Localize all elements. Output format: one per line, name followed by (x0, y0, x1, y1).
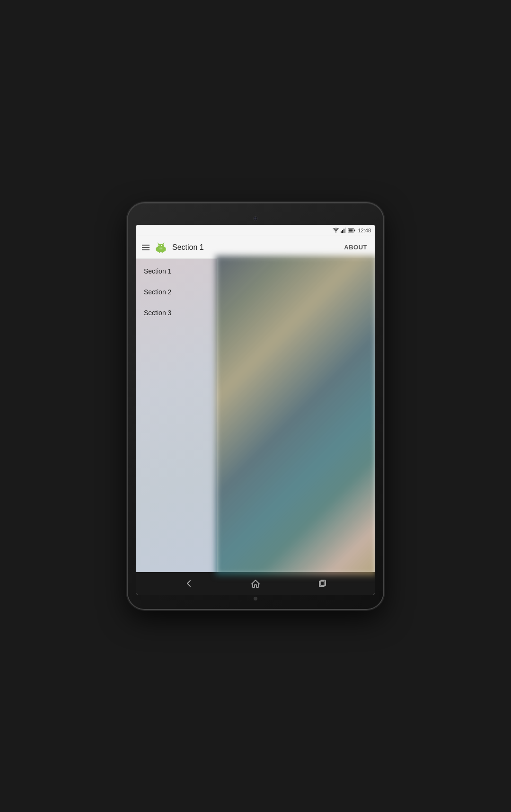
tablet-top-bar (136, 216, 375, 221)
tablet-device: 12:48 (128, 203, 383, 609)
app-bar-title: Section 1 (172, 243, 337, 252)
battery-icon (348, 226, 355, 235)
svg-rect-20 (161, 247, 162, 248)
svg-rect-6 (349, 229, 353, 232)
content-area: Section 1 Section 2 Section 3 (136, 259, 375, 572)
svg-line-16 (158, 243, 159, 244)
svg-point-14 (159, 245, 159, 246)
main-content-pane (216, 256, 375, 575)
svg-rect-3 (345, 228, 346, 233)
tablet-bottom (254, 595, 257, 600)
svg-rect-10 (159, 250, 160, 253)
bottom-nav-bar (136, 572, 375, 595)
signal-icon (341, 226, 346, 235)
time-display: 12:48 (358, 228, 371, 233)
svg-point-15 (161, 245, 162, 246)
svg-marker-21 (252, 580, 259, 587)
back-button[interactable] (180, 575, 197, 592)
app-logo-icon (154, 241, 167, 254)
home-button[interactable] (247, 575, 264, 592)
hamburger-menu-icon[interactable] (142, 245, 150, 250)
home-indicator (254, 597, 257, 600)
svg-rect-5 (354, 229, 355, 231)
nav-item-section3[interactable]: Section 3 (136, 302, 217, 323)
front-camera (253, 216, 258, 221)
status-icons: 12:48 (333, 226, 371, 235)
screen: 12:48 (136, 225, 375, 595)
svg-rect-8 (156, 247, 158, 251)
about-button[interactable]: ABOUT (342, 242, 369, 253)
nav-drawer: Section 1 Section 2 Section 3 (136, 259, 217, 572)
recents-button[interactable] (314, 575, 331, 592)
svg-point-13 (160, 244, 164, 247)
wifi-icon (333, 226, 339, 235)
svg-line-17 (163, 243, 164, 244)
svg-rect-19 (160, 247, 160, 248)
svg-rect-18 (159, 247, 163, 249)
svg-rect-1 (342, 230, 343, 233)
svg-rect-0 (341, 231, 342, 233)
svg-rect-11 (161, 250, 163, 253)
status-bar: 12:48 (136, 225, 375, 236)
nav-item-section1[interactable]: Section 1 (136, 261, 217, 282)
nav-item-section2[interactable]: Section 2 (136, 282, 217, 302)
svg-rect-9 (165, 247, 166, 251)
svg-rect-2 (344, 229, 344, 233)
